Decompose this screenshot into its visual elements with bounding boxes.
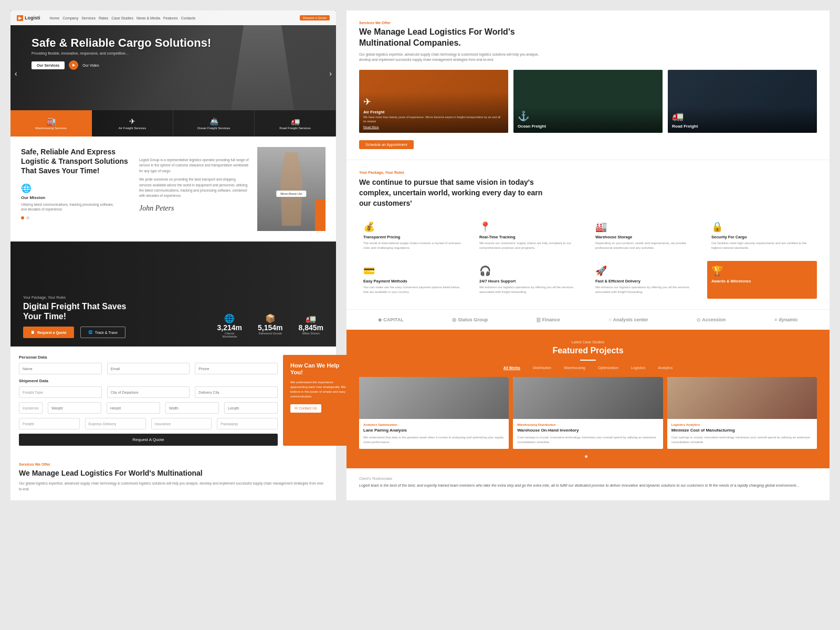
- service-ocean-label: Ocean Freight Services: [197, 127, 230, 130]
- personal-fields-row: [19, 363, 278, 374]
- express-select[interactable]: Express Delivery: [85, 418, 146, 429]
- width-group: [165, 402, 219, 414]
- air-freight-card[interactable]: ✈ Air Freight We have more than twenty y…: [359, 70, 508, 133]
- nav-case-studies[interactable]: Case Studies: [111, 16, 133, 20]
- hero-subtitle: Providing flexible, innovative, responsi…: [32, 51, 136, 55]
- storage-title: Warehouse Storage: [595, 235, 697, 239]
- analysts-icon: ○: [608, 317, 611, 322]
- nav-home[interactable]: Home: [50, 16, 60, 20]
- lead-title: We Manage Lead Logistics For World's Mul…: [359, 27, 527, 49]
- proj-dot-1[interactable]: [585, 455, 587, 458]
- incoterms-select[interactable]: Incoterms: [19, 402, 43, 414]
- stats-tagline: Your Package, Your Rules: [23, 296, 323, 299]
- email-input[interactable]: [107, 363, 190, 374]
- stats-section: Your Package, Your Rules Digital Freight…: [10, 242, 336, 346]
- service-air-freight[interactable]: ✈ Air Freight Services: [92, 110, 173, 136]
- filter-logistics[interactable]: Logistics: [628, 365, 648, 371]
- phone-input[interactable]: [195, 363, 278, 374]
- warehousing-icon: 🏭: [47, 117, 56, 125]
- finance-icon: |||: [537, 317, 541, 322]
- delivery-city-group: [195, 386, 278, 398]
- dot-inactive[interactable]: [26, 216, 29, 219]
- video-play-button[interactable]: ▶: [69, 60, 78, 70]
- ocean-freight-card-title: Ocean Freight: [518, 124, 658, 129]
- height-input[interactable]: [107, 402, 160, 414]
- air-freight-card-title: Air Freight: [363, 110, 504, 114]
- pricing-text: The world of international supply chains…: [363, 241, 465, 250]
- project-title-3: Minimize Cost of Manufacturing: [671, 428, 813, 433]
- nav-features[interactable]: Features: [163, 16, 178, 20]
- nav-services[interactable]: Services: [81, 16, 96, 20]
- feature-transparent-pricing: 💰 Transparent Pricing The world of inter…: [359, 217, 469, 255]
- filter-warehousing[interactable]: Warehousing: [561, 365, 589, 371]
- service-ocean-freight[interactable]: 🚢 Ocean Freight Services: [173, 110, 255, 136]
- testimonial-text: Logisti team is the best of the best, an…: [359, 482, 817, 489]
- feature-awards[interactable]: 🏆 Awards & Milestones: [707, 261, 817, 299]
- project-image-3: [667, 377, 817, 419]
- lead-description: Our global logistics expertise, advanced…: [359, 52, 548, 63]
- submit-button[interactable]: Request A Quote: [19, 434, 278, 446]
- weight-group: [48, 402, 101, 414]
- shipment-row-2: Incoterms: [19, 402, 278, 414]
- track-trace-button[interactable]: 🌐 Track & Trace: [80, 327, 125, 338]
- freight-type-select[interactable]: Freight Type: [19, 386, 102, 398]
- dot-active[interactable]: [21, 216, 24, 219]
- road-freight-card-title: Road Freight: [672, 124, 813, 129]
- ocean-freight-card[interactable]: ⚓ Ocean Freight: [513, 70, 663, 133]
- track-icon: 🌐: [88, 330, 93, 334]
- filter-distribution[interactable]: Distribution: [530, 365, 554, 371]
- pricing-icon: 💰: [363, 221, 465, 233]
- height-group: [107, 402, 160, 414]
- project-card-2[interactable]: Warehousing Distribution Warehouse On-Ha…: [513, 377, 663, 448]
- schedule-appointment-button[interactable]: Schedule an Appointment: [359, 140, 414, 149]
- mission-text: Utilizing latest communications, trackin…: [21, 202, 116, 213]
- request-quote-button[interactable]: 📋 Request a Quote: [23, 327, 74, 338]
- road-freight-card[interactable]: 🚛 Road Freight: [668, 70, 817, 133]
- insurance-select[interactable]: Insurance: [151, 418, 212, 429]
- length-group: [224, 402, 278, 414]
- mission-icon: 🌐: [21, 183, 131, 193]
- length-input[interactable]: [224, 402, 278, 414]
- nav-contacts[interactable]: Contacts: [181, 16, 196, 20]
- name-input[interactable]: [19, 363, 102, 374]
- weight-input[interactable]: [48, 402, 101, 414]
- city-departure-input[interactable]: [107, 386, 190, 398]
- nav-company[interactable]: Company: [62, 16, 78, 20]
- freight-group: Freight: [19, 418, 80, 429]
- service-warehousing[interactable]: 🏭 Warehousing Services: [10, 110, 92, 136]
- bottom-lead-section: Services We Offer We Manage Lead Logisti…: [10, 454, 336, 500]
- project-card-1[interactable]: Analytics Optimization Lane Pairing Anal…: [359, 377, 509, 448]
- service-road-freight[interactable]: 🚛 Road Freight Services: [255, 110, 336, 136]
- about-title: Safe, Reliable And Express Logistic & Tr…: [21, 147, 131, 176]
- partner-finance: ||| Finance: [537, 317, 560, 322]
- filter-analytics[interactable]: Analytics: [655, 365, 676, 371]
- service-cards-row: ✈ Air Freight We have more than twenty y…: [359, 70, 817, 133]
- services-button[interactable]: Our Services: [32, 61, 65, 69]
- project-card-3[interactable]: Logistics Analytics Minimize Cost of Man…: [667, 377, 817, 448]
- air-freight-read-more[interactable]: Read More: [363, 125, 504, 129]
- email-field-group: [107, 363, 190, 374]
- nav-quote-button[interactable]: Request a Quote: [300, 15, 330, 20]
- proj-dot-2[interactable]: [589, 455, 592, 458]
- carousel-prev-arrow[interactable]: ‹: [15, 69, 17, 78]
- nav-rates[interactable]: Rates: [99, 16, 108, 20]
- more-about-button[interactable]: More About Us!: [276, 191, 306, 197]
- partner-status: ◎ Status Group: [452, 317, 488, 322]
- mission-label: Our Mission: [21, 195, 131, 200]
- how-can-text: We understand the importance approaching…: [290, 380, 349, 399]
- filter-optimization[interactable]: Optimization: [595, 365, 622, 371]
- freight-select[interactable]: Freight: [19, 418, 80, 429]
- project-info-1: Analytics Optimization Lane Pairing Anal…: [359, 419, 509, 448]
- road-freight-icon: 🚛: [291, 117, 300, 125]
- shipment-row-1: Freight Type: [19, 386, 278, 398]
- carousel-next-arrow[interactable]: ›: [329, 69, 332, 78]
- packaging-select[interactable]: Packaging: [217, 418, 278, 429]
- filter-all[interactable]: All Works: [500, 365, 523, 371]
- stats-title: Digital Freight That Saves Your Time!: [23, 301, 133, 321]
- delivery-city-input[interactable]: [195, 386, 278, 398]
- nav-news[interactable]: News & Media: [136, 16, 160, 20]
- partner-capital: ◈ CAPITAL: [378, 317, 403, 322]
- testimonials-label: Client's Testimonials: [359, 477, 817, 480]
- width-input[interactable]: [165, 402, 219, 414]
- contact-us-button[interactable]: ✉ Contact Us: [290, 404, 321, 413]
